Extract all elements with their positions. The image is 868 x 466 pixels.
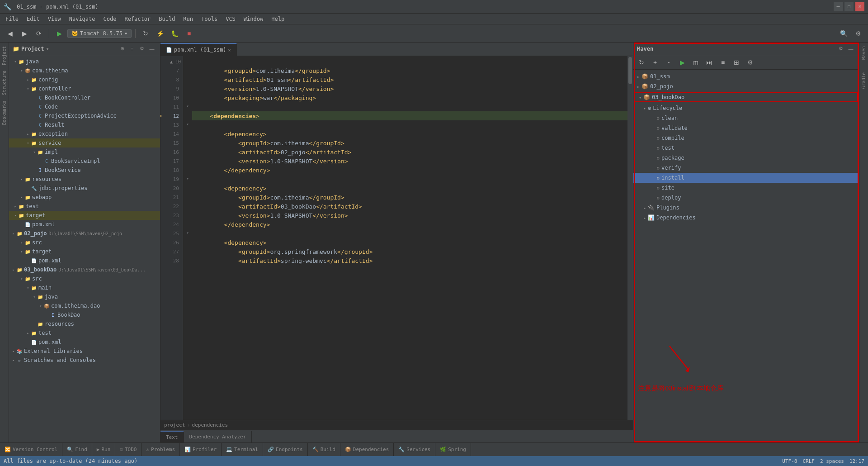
menu-tools[interactable]: Tools [198,15,221,23]
maven-dependencies[interactable]: ▸ 📊 Dependencies [633,213,859,223]
maven-lifecycle-deploy[interactable]: ⚙ deploy [633,193,859,203]
tree-item-service[interactable]: ▾ 📁 service [9,138,160,147]
tree-item[interactable]: C Code [9,102,160,111]
menu-window[interactable]: Window [240,15,267,23]
vertical-scrollbar[interactable] [627,56,633,420]
bottom-tab-profiler[interactable]: 📊 Profiler [180,443,222,456]
maven-lifecycle-package[interactable]: ⚙ package [633,153,859,163]
tree-item-02pojo[interactable]: ▸ 📁 02_pojo D:\Java01\SSM\maven\02_pojo [9,229,160,238]
menu-vcs[interactable]: VCS [222,15,239,23]
maven-project-03bookdao[interactable]: ▾ 📦 03_bookDao [634,92,858,102]
bottom-tab-vc[interactable]: 🔀 Version Control [0,443,62,456]
tree-item[interactable]: ▾ 📁 controller [9,84,160,93]
maven-lifecycle-verify[interactable]: ⚙ verify [633,163,859,173]
status-indent[interactable]: 2 spaces [820,458,844,464]
tree-item[interactable]: ▾ 📁 java [9,292,160,301]
tree-item-scratches[interactable]: ▸ ✏️ Scratches and Consoles [9,356,160,365]
bottom-tab-endpoints[interactable]: 🔗 Endpoints [263,443,308,456]
tree-item[interactable]: ▾ 📁 target [9,247,160,256]
breadcrumb-dependencies[interactable]: dependencies [192,422,228,428]
tree-item-external-libs[interactable]: ▸ 📚 External Libraries [9,347,160,356]
toolbar-refresh-button[interactable]: ↻ [139,27,152,40]
tree-item[interactable]: 📁 resources [9,319,160,328]
tree-item[interactable]: C ProjectExceptionAdvice [9,111,160,120]
toolbar-forward-button[interactable]: ▶ [18,27,31,40]
bottom-tab-find[interactable]: 🔍 Find [62,443,92,456]
tree-item[interactable]: ▸ 📁 test [9,328,160,338]
tree-item[interactable]: C Result [9,120,160,129]
menu-build[interactable]: Build [155,15,179,23]
toolbar-run-button[interactable]: ▶ [53,27,66,40]
maven-lifecycle-test[interactable]: ⚙ test [633,143,859,153]
breadcrumb-project[interactable]: project [164,422,185,428]
tree-item[interactable]: I BookDao [9,310,160,319]
tree-item[interactable]: ▾ 📁 impl [9,147,160,157]
menu-navigate[interactable]: Navigate [66,15,99,23]
maven-run-text-button[interactable]: m [689,56,702,69]
side-project-label[interactable]: Project [1,44,8,67]
toolbar-search-button[interactable]: 🔍 [837,27,850,40]
maven-run-button[interactable]: ▶ [676,56,689,69]
minimize-button[interactable]: ─ [834,2,843,11]
maven-minimize-button[interactable]: — [846,44,855,53]
panel-options-button[interactable]: ⚙ [137,44,146,53]
maven-remove-button[interactable]: - [662,56,675,69]
bottom-tab-dependencies[interactable]: 📦 Dependencies [340,443,394,456]
status-encoding[interactable]: UTF-8 [782,458,797,464]
bottom-tab-problems[interactable]: ⚠ Problems [142,443,180,456]
menu-view[interactable]: View [44,15,65,23]
tree-item[interactable]: I BookService [9,166,160,175]
tree-item[interactable]: 📄 pom.xml [9,220,160,229]
maven-lifecycle-clean[interactable]: ⚙ clean [633,113,859,123]
editor-tab-pom[interactable]: 📄 pom.xml (01_ssm) ✕ [160,43,237,56]
tree-item[interactable]: ▾ 📁 src [9,274,160,283]
bottom-tab-run[interactable]: ▶ Run [92,443,116,456]
tree-item[interactable]: ▸ 📁 test [9,202,160,211]
tree-item-target[interactable]: ▾ 📁 target [9,211,160,220]
maven-settings-button[interactable]: ⚙ [836,44,845,53]
maven-project-02pojo[interactable]: ▸ 📦 02_pojo [633,81,859,91]
side-structure-label[interactable]: Structure [1,69,8,97]
tree-item[interactable]: ▸ 📁 webapp [9,193,160,202]
menu-refactor[interactable]: Refactor [121,15,154,23]
maven-lifecycle-install[interactable]: ⚙ install [633,173,859,183]
maven-plugins[interactable]: ▸ 🔌 Plugins [633,203,859,213]
menu-edit[interactable]: Edit [23,15,43,23]
toolbar-build-button[interactable]: ⚡ [154,27,166,40]
maven-collapse-button[interactable]: ≡ [717,56,729,69]
maven-skip-button[interactable]: ⏭ [703,56,716,69]
panel-locate-button[interactable]: ⊕ [118,44,127,53]
side-bookmarks-label[interactable]: Bookmarks [1,99,8,127]
tree-item[interactable]: ▾ 📦 com.itheima [9,66,160,75]
close-button[interactable]: ✕ [855,2,864,11]
toolbar-back-button[interactable]: ◀ [4,27,16,40]
side-gradle-label[interactable]: Gradle [860,71,867,90]
menu-run[interactable]: Run [179,15,197,23]
fold-arrow-26[interactable]: ▾ [183,228,192,237]
bottom-tab-services[interactable]: 🔧 Services [394,443,435,456]
maven-settings2-button[interactable]: ⚙ [744,56,756,69]
project-dropdown-icon[interactable]: ▾ [46,46,49,52]
tree-item-03bookdao[interactable]: ▸ 📁 03_bookDao D:\Java01\SSM\maven\03_bo… [9,265,160,274]
toolbar-stop-button[interactable]: ■ [183,27,195,40]
tree-item[interactable]: ▾ 📁 resources [9,175,160,184]
tree-item[interactable]: 📄 pom.xml [9,338,160,347]
panel-collapse-button[interactable]: ≡ [127,44,137,53]
menu-help[interactable]: Help [268,15,288,23]
toolbar-debug-button[interactable]: 🐛 [168,27,181,40]
maven-project-01ssm[interactable]: ▸ 📦 01_ssm [633,71,859,81]
maven-lifecycle-validate[interactable]: ⚙ validate [633,123,859,133]
tab-close-button[interactable]: ✕ [228,48,231,52]
maven-lifecycle[interactable]: ▾ ⚙ Lifecycle [633,103,859,113]
maximize-button[interactable]: □ [844,2,854,11]
menu-code[interactable]: Code [100,15,120,23]
fold-arrow-12[interactable]: ▾ [183,101,192,110]
scrollbar-thumb[interactable] [628,57,632,84]
title-bar-controls[interactable]: ─ □ ✕ [834,2,864,11]
tree-item[interactable]: ▾ 📁 java [9,57,160,66]
panel-minimize-button[interactable]: — [147,44,156,53]
fold-arrow-14[interactable]: ▾ [183,119,192,128]
bottom-tab-spring[interactable]: 🌿 Spring [435,443,471,456]
tab-dependency-analyzer[interactable]: Dependency Analyzer [184,431,252,442]
maven-lifecycle-compile[interactable]: ⚙ compile [633,133,859,143]
